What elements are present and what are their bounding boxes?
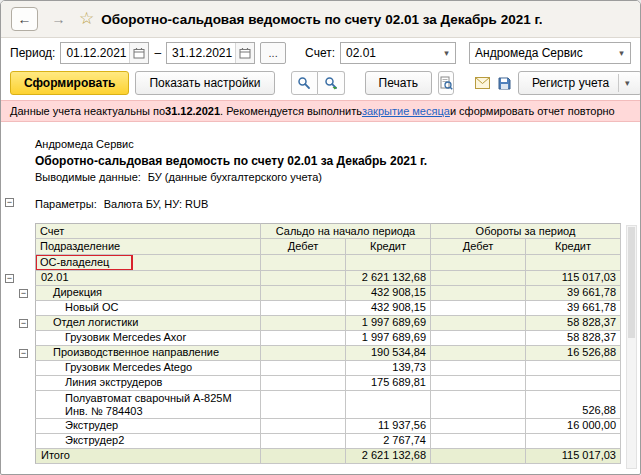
row-label-cell[interactable]: Грузовик Mercedes Atego — [35, 361, 261, 376]
close-month-link[interactable]: закрытие месяца — [362, 105, 450, 117]
report-area: Андромеда Сервис Оборотно-сальдовая ведо… — [1, 122, 640, 474]
turnover-credit-cell[interactable] — [526, 376, 621, 391]
opening-debit-cell[interactable] — [261, 301, 346, 316]
account-label: Счет: — [305, 46, 335, 60]
turnover-debit-cell[interactable] — [431, 346, 526, 361]
scrollbar-thumb[interactable] — [628, 227, 635, 338]
favorite-star-icon[interactable]: ☆ — [79, 7, 94, 31]
turnover-credit-cell[interactable]: 115 017,03 — [526, 449, 621, 464]
turnover-credit-cell[interactable] — [526, 361, 621, 376]
turnover-debit-cell[interactable] — [431, 419, 526, 434]
opening-credit-cell[interactable]: 175 689,81 — [346, 376, 431, 391]
opening-debit-cell[interactable] — [261, 316, 346, 331]
opening-debit-cell[interactable] — [261, 449, 346, 464]
turnover-debit-cell[interactable] — [431, 271, 526, 286]
opening-debit-cell[interactable] — [261, 346, 346, 361]
opening-credit-cell[interactable]: 2 767,74 — [346, 434, 431, 449]
row-label-cell[interactable]: Полуавтомат сварочный А-825МИнв. № 78440… — [35, 391, 261, 419]
collapse-group-icon[interactable]: − — [19, 319, 28, 328]
opening-debit-cell[interactable] — [261, 434, 346, 449]
turnover-debit-cell[interactable] — [431, 331, 526, 346]
row-label-cell[interactable]: Дирекция — [35, 286, 261, 301]
turnover-credit-cell[interactable]: 16 526,88 — [526, 346, 621, 361]
save-icon[interactable] — [497, 71, 512, 95]
calendar-icon[interactable] — [235, 43, 254, 63]
chevron-down-icon[interactable]: ▾ — [618, 74, 635, 92]
opening-debit-cell[interactable] — [261, 331, 346, 346]
opening-credit-cell[interactable]: 1 997 689,69 — [346, 331, 431, 346]
print-preview-icon[interactable] — [438, 71, 454, 95]
row-label-cell[interactable]: Грузовик Mercedes Axor — [35, 331, 261, 346]
collapse-group-icon[interactable]: − — [5, 274, 14, 283]
search-next-icon[interactable] — [318, 71, 345, 95]
turnover-credit-cell[interactable] — [526, 434, 621, 449]
table-header-row: Счет Сальдо на начало периода Обороты за… — [1, 223, 640, 239]
search-icon[interactable] — [291, 71, 318, 95]
opening-debit-cell[interactable] — [261, 419, 346, 434]
opening-credit-cell[interactable]: 2 621 132,68 — [346, 271, 431, 286]
opening-credit-cell[interactable]: 139,73 — [346, 361, 431, 376]
account-select[interactable]: 02.01 ▾ — [340, 42, 456, 64]
row-label-cell[interactable]: Экструдер2 — [35, 434, 261, 449]
turnover-debit-cell[interactable] — [431, 434, 526, 449]
turnover-credit-cell[interactable]: 39 661,78 — [526, 286, 621, 301]
period-to-input[interactable]: 31.12.2021 — [166, 42, 255, 64]
opening-debit-cell[interactable] — [261, 391, 346, 419]
opening-debit-cell[interactable] — [261, 271, 346, 286]
row-label-cell[interactable]: Отдел логистики — [35, 316, 261, 331]
turnover-debit-cell[interactable] — [431, 286, 526, 301]
turnover-debit-cell[interactable] — [431, 376, 526, 391]
opening-credit-cell[interactable]: 1 997 689,69 — [346, 316, 431, 331]
chevron-down-icon[interactable]: ▾ — [613, 48, 630, 58]
chevron-down-icon[interactable]: ▾ — [438, 48, 455, 58]
period-from-input[interactable]: 01.12.2021 — [60, 42, 149, 64]
opening-credit-cell[interactable]: 190 534,84 — [346, 346, 431, 361]
turnover-debit-cell[interactable] — [431, 316, 526, 331]
period-options-button[interactable]: ... — [260, 42, 286, 64]
turnover-debit-cell[interactable] — [431, 391, 526, 419]
opening-credit-cell[interactable]: 432 908,15 — [346, 301, 431, 316]
organization-select[interactable]: Андромеда Сервис ▾ — [469, 42, 631, 64]
table-row: Грузовик Mercedes Atego 139,73 — [1, 361, 640, 376]
row-label-cell[interactable]: Экструдер — [35, 419, 261, 434]
turnover-credit-cell[interactable]: 58 828,37 — [526, 331, 621, 346]
warning-text: Данные учета неактуальны по — [10, 105, 165, 117]
row-label-cell[interactable]: 02.01 — [35, 271, 261, 286]
header-os-owner: ОС-владелец — [35, 255, 261, 271]
collapse-header-icon[interactable]: − — [5, 198, 14, 207]
opening-debit-cell[interactable] — [261, 286, 346, 301]
filter-bar: Период: 01.12.2021 – 31.12.2021 ... Счет… — [1, 38, 640, 68]
turnover-credit-cell[interactable]: 39 661,78 — [526, 301, 621, 316]
opening-credit-cell[interactable] — [346, 391, 431, 419]
email-icon[interactable] — [474, 71, 491, 95]
turnover-debit-cell[interactable] — [431, 301, 526, 316]
turnover-credit-cell[interactable]: 526,88 — [526, 391, 621, 419]
row-label-cell[interactable]: Производственное направление — [35, 346, 261, 361]
turnover-credit-cell[interactable]: 16 000,00 — [526, 419, 621, 434]
turnover-credit-cell[interactable]: 58 828,37 — [526, 316, 621, 331]
header-account: Счет — [35, 223, 261, 239]
show-settings-button[interactable]: Показать настройки — [135, 71, 274, 95]
turnover-debit-cell[interactable] — [431, 361, 526, 376]
back-button[interactable]: ← — [11, 7, 38, 31]
collapse-group-icon[interactable]: − — [19, 289, 28, 298]
opening-credit-cell[interactable]: 2 621 132,68 — [346, 449, 431, 464]
row-label-cell[interactable]: Новый ОС — [35, 301, 261, 316]
opening-credit-cell[interactable]: 11 937,56 — [346, 419, 431, 434]
report-table: Счет Сальдо на начало периода Обороты за… — [1, 223, 640, 464]
calendar-icon[interactable] — [129, 43, 148, 63]
opening-debit-cell[interactable] — [261, 376, 346, 391]
table-header-row: Подразделение Дебет Кредит Дебет Кредит — [1, 239, 640, 255]
turnover-credit-cell[interactable]: 115 017,03 — [526, 271, 621, 286]
print-button[interactable]: Печать — [365, 71, 432, 95]
row-label-cell[interactable]: Итого — [35, 449, 261, 464]
collapse-group-icon[interactable]: − — [19, 349, 28, 358]
turnover-debit-cell[interactable] — [431, 449, 526, 464]
forward-button[interactable]: → — [45, 7, 72, 31]
row-label-cell[interactable]: Линия экструдеров — [35, 376, 261, 391]
register-button[interactable]: Регистр учета ▾ — [518, 71, 641, 95]
opening-debit-cell[interactable] — [261, 361, 346, 376]
opening-credit-cell[interactable]: 432 908,15 — [346, 286, 431, 301]
vertical-scrollbar[interactable] — [626, 225, 637, 469]
generate-button[interactable]: Сформировать — [10, 71, 129, 95]
